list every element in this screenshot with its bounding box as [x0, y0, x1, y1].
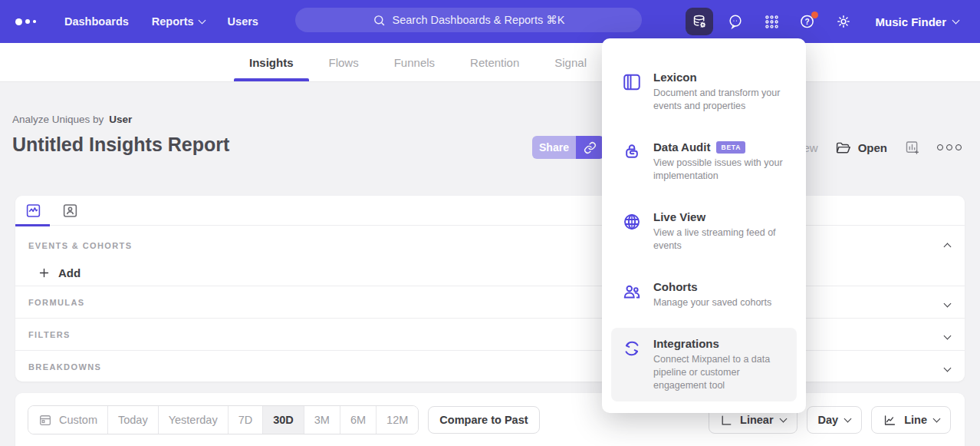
interval-selector-button[interactable]: Day — [807, 406, 863, 434]
add-label: Add — [58, 266, 81, 279]
chevron-down-icon — [844, 415, 852, 423]
menu-item-lexicon[interactable]: Lexicon Document and transform your even… — [611, 61, 797, 122]
chevron-down-icon — [944, 332, 952, 339]
breakdowns-section-row[interactable]: BREAKDOWNS — [15, 350, 965, 382]
menu-item-integrations[interactable]: Integrations Connect Mixpanel to a data … — [611, 328, 797, 401]
tab-flows[interactable]: Flows — [329, 43, 359, 81]
svg-text:?: ? — [805, 18, 810, 26]
integrations-sync-icon — [622, 339, 642, 358]
expand-formulas-button[interactable] — [943, 294, 952, 311]
range-30d[interactable]: 30D — [262, 406, 304, 434]
range-3m[interactable]: 3M — [304, 406, 340, 434]
events-cohorts-header: EVENTS & COHORTS — [15, 226, 965, 254]
open-button[interactable]: Open — [835, 140, 887, 156]
menu-item-description: Connect Mixpanel to a data pipeline or c… — [653, 353, 786, 392]
tab-signal[interactable]: Signal — [554, 43, 587, 81]
interval-label: Day — [818, 414, 839, 426]
tab-metrics-view[interactable] — [25, 202, 41, 219]
range-7d[interactable]: 7D — [228, 406, 263, 434]
breadcrumb-value[interactable]: User — [109, 114, 132, 125]
cohorts-people-icon — [622, 282, 642, 302]
menu-item-data-audit[interactable]: Data Audit BETA View possible issues wit… — [611, 131, 797, 192]
search-input[interactable]: Search Dashboards & Reports ⌘K — [295, 8, 642, 32]
menu-item-description: View possible issues with your implement… — [653, 157, 786, 183]
link-icon — [584, 141, 597, 154]
filters-label: FILTERS — [28, 330, 71, 339]
lexicon-icon — [622, 72, 642, 92]
add-to-dashboard-button[interactable] — [904, 140, 920, 156]
user-profile-icon — [62, 203, 78, 219]
compare-to-past-button[interactable]: Compare to Past — [428, 406, 539, 434]
range-today[interactable]: Today — [107, 406, 158, 434]
collapse-section-button[interactable] — [943, 237, 952, 254]
apps-grid-button[interactable] — [758, 8, 785, 35]
chevron-down-icon — [944, 364, 952, 372]
mixpanel-logo-icon[interactable] — [15, 18, 41, 25]
live-view-globe-icon — [622, 212, 642, 232]
data-management-button[interactable] — [686, 8, 713, 35]
breadcrumb: Analyze Uniques by User — [12, 114, 132, 125]
chart-type-selector-button[interactable]: Line — [871, 406, 951, 434]
range-custom[interactable]: Custom — [28, 406, 107, 434]
feedback-button[interactable] — [722, 8, 749, 35]
chevron-down-icon — [779, 415, 787, 423]
menu-item-description: Manage your saved cohorts — [653, 296, 786, 309]
plus-icon — [38, 267, 50, 279]
settings-button[interactable] — [830, 8, 857, 35]
breadcrumb-prefix: Analyze Uniques by — [12, 114, 104, 125]
tab-users-view[interactable] — [61, 202, 78, 219]
gear-icon — [835, 13, 852, 30]
menu-item-title: Integrations — [653, 337, 719, 350]
menu-item-cohorts[interactable]: Cohorts Manage your saved cohorts — [611, 271, 797, 319]
expand-breakdowns-button[interactable] — [943, 358, 952, 375]
chevron-up-icon — [944, 243, 952, 251]
chart-toolbar-card: Custom Today Yesterday 7D 30D 3M 6M 12M … — [15, 393, 965, 446]
menu-item-live-view[interactable]: Live View View a live streaming feed of … — [611, 201, 797, 262]
topbar-right: ? Music Finder — [686, 0, 959, 43]
more-menu-button[interactable] — [937, 144, 962, 150]
menu-item-title: Live View — [653, 210, 705, 223]
events-cohorts-label: EVENTS & COHORTS — [28, 241, 132, 250]
query-builder-card: EVENTS & COHORTS Add FORMULAS FILTERS BR… — [15, 196, 965, 382]
copy-link-button[interactable] — [576, 136, 604, 159]
range-yesterday[interactable]: Yesterday — [158, 406, 228, 434]
menu-item-title: Lexicon — [653, 71, 697, 84]
range-custom-label: Custom — [59, 414, 97, 426]
share-button[interactable]: Share — [532, 136, 576, 159]
notification-dot — [811, 12, 818, 18]
builder-view-tabs — [15, 196, 965, 226]
project-switcher[interactable]: Music Finder — [875, 15, 959, 28]
expand-filters-button[interactable] — [943, 326, 952, 343]
tab-insights[interactable]: Insights — [249, 43, 294, 81]
nav-dashboards[interactable]: Dashboards — [64, 15, 129, 28]
tab-funnels[interactable]: Funnels — [394, 43, 435, 81]
formulas-section-row[interactable]: FORMULAS — [15, 286, 965, 318]
calendar-icon — [38, 413, 52, 427]
chart-type-label: Line — [904, 414, 927, 426]
menu-item-text: Live View View a live streaming feed of … — [653, 210, 786, 253]
line-chart-icon — [883, 413, 897, 428]
menu-item-text: Lexicon Document and transform your even… — [653, 71, 786, 113]
chevron-down-icon — [933, 415, 941, 423]
report-tabbar: Insights Flows Funnels Retention Signal … — [0, 43, 980, 82]
folder-icon — [835, 140, 851, 156]
tab-retention[interactable]: Retention — [470, 43, 519, 81]
grid-icon — [764, 14, 780, 30]
nav-dashboards-label: Dashboards — [64, 15, 129, 28]
nav-users[interactable]: Users — [228, 15, 258, 28]
data-audit-icon — [622, 142, 642, 162]
range-6m[interactable]: 6M — [340, 406, 376, 434]
range-12m[interactable]: 12M — [376, 406, 418, 434]
nav-users-label: Users — [228, 15, 258, 28]
filters-section-row[interactable]: FILTERS — [15, 318, 965, 350]
page-title[interactable]: Untitled Insights Report — [12, 134, 229, 156]
help-button[interactable]: ? — [794, 8, 821, 35]
add-event-button[interactable]: Add — [38, 266, 965, 279]
nav-reports[interactable]: Reports — [152, 15, 205, 28]
nav-reports-label: Reports — [152, 15, 194, 28]
events-cohorts-section: EVENTS & COHORTS Add — [15, 226, 965, 286]
database-gear-icon — [692, 14, 708, 30]
menu-item-title: Data Audit — [653, 140, 710, 154]
search-placeholder: Search Dashboards & Reports ⌘K — [393, 14, 565, 26]
open-label: Open — [858, 141, 887, 154]
